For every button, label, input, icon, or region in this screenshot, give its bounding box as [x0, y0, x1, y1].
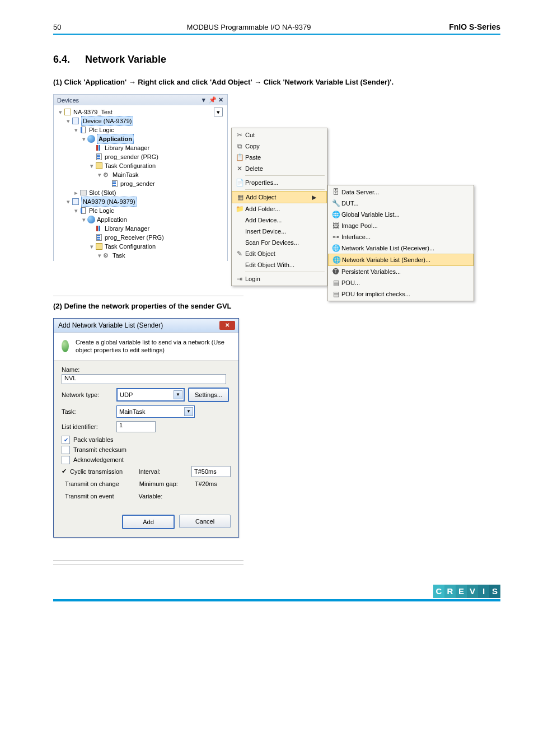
add-object-icon: ▦: [235, 193, 246, 201]
submenu-dut[interactable]: 🔧DUT...: [328, 198, 474, 209]
dut-icon: 🔧: [330, 199, 341, 207]
cut-icon: ✂: [234, 131, 245, 139]
chevron-down-icon: ▼: [184, 407, 193, 416]
persist-icon: 🅣: [330, 268, 341, 276]
menu-paste[interactable]: 📋Paste: [232, 152, 327, 163]
tree-device-1[interactable]: Device (NA-9379): [81, 116, 133, 126]
divider: [53, 560, 243, 561]
menu-edit-object-with[interactable]: Edit Object With...: [232, 259, 327, 270]
submenu-pou[interactable]: ▤POU...: [328, 277, 474, 288]
dataserver-icon: 🗄: [330, 188, 341, 196]
header-title: MODBUS Programmable I/O NA-9379: [87, 23, 411, 31]
submenu-interface[interactable]: ⊶Interface...: [328, 231, 474, 242]
add-nvl-sender-dialog: Add Network Variable List (Sender) ✕ Cre…: [53, 318, 239, 538]
tree-maintask[interactable]: MainTask: [113, 170, 138, 179]
mingap-label: Minimum gap:: [139, 480, 188, 487]
task-combo[interactable]: MainTask▼: [116, 405, 195, 418]
tree-application-2[interactable]: Application: [97, 215, 127, 224]
tree-prog-sender-inst[interactable]: prog_sender: [120, 179, 155, 188]
pack-checkbox[interactable]: ✔Pack variables: [62, 436, 231, 444]
panel-menu-icon[interactable]: ▾: [200, 96, 207, 104]
name-input[interactable]: NVL: [62, 374, 226, 384]
menu-add-object[interactable]: ▦Add Object▶: [232, 191, 327, 203]
pouimpl-icon: ▤: [330, 290, 341, 298]
submenu-nvl-receiver[interactable]: 🌐Network Variable List (Receiver)...: [328, 242, 474, 254]
tree-slot-1[interactable]: Slot (Slot): [89, 188, 116, 197]
page-number: 50: [53, 23, 87, 31]
tree-application-1[interactable]: Application: [97, 134, 134, 144]
listid-label: List identifier:: [62, 423, 113, 430]
menu-delete[interactable]: ✕Delete: [232, 163, 327, 174]
tree-prog-recv[interactable]: prog_Receiver (PRG): [105, 233, 164, 242]
interface-icon: ⊶: [330, 233, 341, 241]
divider: [53, 564, 243, 564]
page-footer: C R E V I S: [53, 570, 500, 598]
add-button[interactable]: Add: [122, 515, 175, 529]
nvl-send-icon: 🌐: [331, 256, 342, 264]
page-header: 50 MODBUS Programmable I/O NA-9379 FnIO …: [53, 22, 500, 35]
tree-device-2[interactable]: NA9379 (NA-9379): [81, 197, 137, 207]
listid-input[interactable]: 1: [116, 421, 156, 432]
submenu-gvl[interactable]: 🌐Global Variable List...: [328, 209, 474, 220]
nvl-icon: [60, 339, 70, 353]
properties-icon: 📄: [234, 179, 245, 186]
tree-taskcfg-1[interactable]: Task Configuration: [105, 161, 156, 170]
settings-button[interactable]: Settings...: [188, 388, 229, 402]
tree-plclogic-1[interactable]: Plc Logic: [89, 125, 114, 134]
tree-combo-icon[interactable]: ▾: [214, 108, 223, 116]
menu-cut[interactable]: ✂Cut: [232, 129, 327, 141]
menu-add-device[interactable]: Add Device...: [232, 214, 327, 226]
task-label: Task:: [62, 408, 113, 415]
tree-libmgr-1[interactable]: Library Manager: [105, 143, 149, 152]
menu-add-folder[interactable]: 📁Add Folder...: [232, 203, 327, 214]
submenu-imgpool[interactable]: 🖼Image Pool...: [328, 220, 474, 231]
mingap-value: T#20ms: [193, 479, 231, 489]
login-icon: ⇥: [234, 275, 245, 283]
dialog-title: Add Network Variable List (Sender): [58, 321, 163, 329]
context-menu-addobject[interactable]: 🗄Data Server... 🔧DUT... 🌐Global Variable…: [327, 185, 474, 301]
cancel-button[interactable]: Cancel: [179, 515, 231, 528]
cyclic-label: Cyclic transmission: [70, 468, 123, 475]
tree-prog-recv-inst[interactable]: prog_Receiver: [120, 260, 161, 261]
menu-login[interactable]: ⇥Login: [232, 273, 327, 284]
checksum-checkbox[interactable]: Transmit checksum: [62, 446, 231, 454]
header-series: FnIO S-Series: [411, 22, 500, 31]
copy-icon: ⧉: [234, 142, 245, 150]
tree-project[interactable]: NA-9379_Test: [73, 108, 113, 116]
tree-libmgr-2[interactable]: Library Manager: [105, 224, 149, 233]
menu-copy[interactable]: ⧉Copy: [232, 141, 327, 152]
tree-taskcfg-2[interactable]: Task Configuration: [105, 242, 156, 251]
chevron-down-icon: ▼: [174, 390, 182, 399]
variable-label: Variable:: [139, 493, 187, 500]
dialog-close-button[interactable]: ✕: [219, 321, 235, 330]
panel-pin-icon[interactable]: 📌: [209, 96, 216, 104]
tree-task-2[interactable]: Task: [113, 251, 125, 260]
submenu-persistent[interactable]: 🅣Persistent Variables...: [328, 266, 474, 277]
name-label: Name:: [62, 366, 231, 373]
menu-properties[interactable]: 📄Properties...: [232, 177, 327, 188]
section-title: Network Variable: [85, 54, 166, 65]
nvl-recv-icon: 🌐: [330, 244, 341, 252]
crevis-logo: C R E V I S: [433, 585, 500, 598]
panel-close-icon[interactable]: ✕: [217, 96, 224, 104]
submenu-dataserver[interactable]: 🗄Data Server...: [328, 186, 474, 198]
menu-edit-object[interactable]: ✎Edit Object: [232, 248, 327, 259]
menu-scan-devices[interactable]: Scan For Devices...: [232, 237, 327, 248]
interval-label: Interval:: [139, 468, 187, 475]
pou-icon: ▤: [330, 279, 341, 287]
paste-icon: 📋: [234, 153, 245, 161]
context-menu-main[interactable]: ✂Cut ⧉Copy 📋Paste ✕Delete 📄Properties...…: [231, 128, 327, 286]
onevent-label: Transmit on event: [65, 493, 114, 500]
interval-input[interactable]: T#50ms: [191, 466, 231, 477]
ack-checkbox[interactable]: Acknowledgement: [62, 456, 231, 464]
submenu-pou-implicit[interactable]: ▤POU for implicit checks...: [328, 288, 474, 300]
menu-insert-device[interactable]: Insert Device...: [232, 226, 327, 237]
tree-plclogic-2[interactable]: Plc Logic: [89, 206, 114, 215]
screenshot-devices: Devices ▾ 📌 ✕ ▾NA-9379_Test▾ ▾Device (NA…: [53, 94, 484, 262]
submenu-nvl-sender[interactable]: 🌐Network Variable List (Sender)...: [328, 254, 474, 266]
device-tree[interactable]: ▾NA-9379_Test▾ ▾Device (NA-9379) ▾Plc Lo…: [54, 105, 227, 261]
tree-prog-sender[interactable]: prog_sender (PRG): [105, 152, 158, 161]
nettype-combo[interactable]: UDP▼: [116, 388, 185, 402]
imagepool-icon: 🖼: [330, 222, 341, 230]
cyclic-checkbox[interactable]: ✔: [62, 468, 67, 475]
